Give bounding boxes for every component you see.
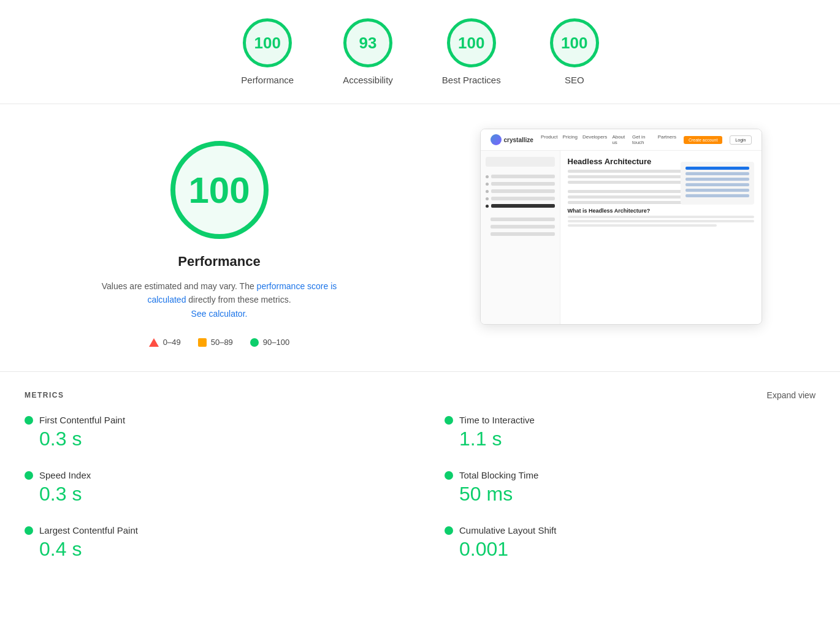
- toc-item: [685, 194, 749, 197]
- metrics-section: METRICS Expand view First Contentful Pai…: [0, 372, 840, 585]
- metric-si: Speed Index 0.3 s: [25, 470, 395, 505]
- metric-si-value: 0.3 s: [39, 483, 395, 505]
- toc-item: [685, 189, 749, 192]
- big-score-value: 100: [188, 169, 250, 211]
- big-score-circle: 100: [170, 141, 269, 239]
- metric-lcp-name: Largest Contentful Paint: [39, 525, 138, 535]
- nav-contact: Get in touch: [632, 134, 653, 145]
- expand-view-button[interactable]: Expand view: [767, 390, 815, 400]
- legend-bad-range: 0–49: [163, 338, 181, 347]
- fake-site: crystallize Product Pricing Developers A…: [481, 129, 762, 324]
- metric-dot-green: [445, 526, 453, 535]
- fake-toc-box: [681, 162, 754, 205]
- accessibility-circle: 93: [343, 18, 392, 67]
- fake-sidebar-item: [486, 187, 555, 195]
- para-line: [568, 224, 717, 227]
- seo-circle: 100: [550, 18, 599, 67]
- metric-tti-header: Time to Interactive: [445, 415, 815, 425]
- nav-partners: Partners: [658, 134, 676, 145]
- big-score-title: Performance: [178, 254, 261, 270]
- legend-good: 90–100: [250, 338, 289, 347]
- fake-sidebar-item: [486, 180, 555, 187]
- best-practices-circle: 100: [447, 18, 496, 67]
- score-performance: 100 Performance: [241, 18, 294, 85]
- sidebar-item-label: [491, 197, 555, 200]
- logo-icon: [491, 134, 502, 145]
- fake-login-btn[interactable]: Login: [730, 135, 751, 145]
- metric-tbt-header: Total Blocking Time: [445, 470, 815, 480]
- metrics-title: METRICS: [25, 391, 64, 399]
- fake-nav: crystallize Product Pricing Developers A…: [481, 129, 762, 151]
- metric-cls: Cumulative Layout Shift 0.001: [445, 525, 815, 561]
- metric-lcp: Largest Contentful Paint 0.4 s: [25, 525, 395, 561]
- metric-cls-name: Cumulative Layout Shift: [459, 525, 556, 535]
- square-icon: [198, 338, 207, 347]
- sidebar-sub-item: [491, 218, 555, 221]
- website-screenshot: crystallize Product Pricing Developers A…: [480, 129, 762, 325]
- metric-dot-green: [25, 526, 33, 535]
- nav-pricing: Pricing: [562, 134, 577, 145]
- sidebar-sub-item: [491, 232, 555, 236]
- metric-lcp-header: Largest Contentful Paint: [25, 525, 395, 535]
- score-seo: 100 SEO: [550, 18, 599, 85]
- metric-tti-value: 1.1 s: [459, 428, 815, 450]
- sidebar-sub-item: [491, 225, 555, 229]
- fake-sidebar-item: [486, 195, 555, 202]
- fake-sidebar-item: [486, 173, 555, 180]
- fake-sidebar: [481, 151, 560, 324]
- metric-cls-header: Cumulative Layout Shift: [445, 525, 815, 535]
- metric-fcp-header: First Contentful Paint: [25, 415, 395, 425]
- fake-sidebar-item: [486, 230, 555, 238]
- fake-search: [486, 157, 555, 167]
- nav-product: Product: [541, 134, 558, 145]
- metric-lcp-value: 0.4 s: [39, 538, 395, 561]
- score-best-practices: 100 Best Practices: [442, 18, 501, 85]
- main-section: 100 Performance Values are estimated and…: [0, 104, 840, 372]
- metric-tti: Time to Interactive 1.1 s: [445, 415, 815, 450]
- top-scores-bar: 100 Performance 93 Accessibility 100 Bes…: [0, 0, 840, 104]
- metric-dot-green: [25, 471, 33, 480]
- metric-dot-green: [445, 471, 453, 480]
- sidebar-item-label: [491, 175, 555, 178]
- metric-dot-green: [25, 416, 33, 425]
- fake-content: Headless Architecture What is Headless A…: [481, 151, 762, 324]
- metric-fcp: First Contentful Paint 0.3 s: [25, 415, 395, 450]
- performance-label: Performance: [241, 75, 294, 85]
- legend-medium: 50–89: [198, 338, 233, 347]
- desc-prefix: Values are estimated and may vary. The: [102, 281, 254, 291]
- toc-item: [685, 178, 749, 181]
- sidebar-dot-active: [486, 205, 489, 208]
- legend-bad: 0–49: [149, 338, 181, 347]
- circle-icon: [250, 338, 259, 347]
- metric-fcp-value: 0.3 s: [39, 428, 395, 450]
- score-accessibility: 93 Accessibility: [343, 18, 393, 85]
- sidebar-item-label: [491, 189, 555, 193]
- nav-developers: Developers: [582, 134, 607, 145]
- performance-value: 100: [254, 34, 281, 53]
- sidebar-dot: [486, 175, 489, 178]
- fake-sidebar-item: [486, 216, 555, 223]
- left-panel: 100 Performance Values are estimated and…: [37, 129, 402, 347]
- metrics-grid: First Contentful Paint 0.3 s Time to Int…: [25, 415, 815, 561]
- metric-si-name: Speed Index: [39, 470, 91, 480]
- best-practices-label: Best Practices: [442, 75, 501, 85]
- fake-create-account-btn[interactable]: Create account: [684, 136, 722, 144]
- score-description: Values are estimated and may vary. The p…: [97, 279, 342, 320]
- right-panel: crystallize Product Pricing Developers A…: [438, 129, 803, 325]
- legend-medium-range: 50–89: [211, 338, 233, 347]
- toc-item: [685, 172, 749, 175]
- sidebar-item-label-active: [491, 204, 555, 208]
- para-line: [568, 216, 754, 218]
- calculator-link[interactable]: See calculator.: [191, 309, 248, 319]
- fake-sidebar-item: [486, 223, 555, 230]
- fake-sidebar-item-active: [486, 202, 555, 210]
- metric-tbt-value: 50 ms: [459, 483, 815, 505]
- legend-good-range: 90–100: [263, 338, 289, 347]
- fake-main-content: Headless Architecture What is Headless A…: [560, 151, 762, 324]
- score-legend: 0–49 50–89 90–100: [149, 338, 289, 347]
- metric-tti-name: Time to Interactive: [459, 415, 535, 425]
- para-line: [568, 220, 754, 222]
- sidebar-dot: [486, 183, 489, 186]
- toc-item: [685, 183, 749, 186]
- fake-nav-links: Product Pricing Developers About us Get …: [541, 134, 676, 145]
